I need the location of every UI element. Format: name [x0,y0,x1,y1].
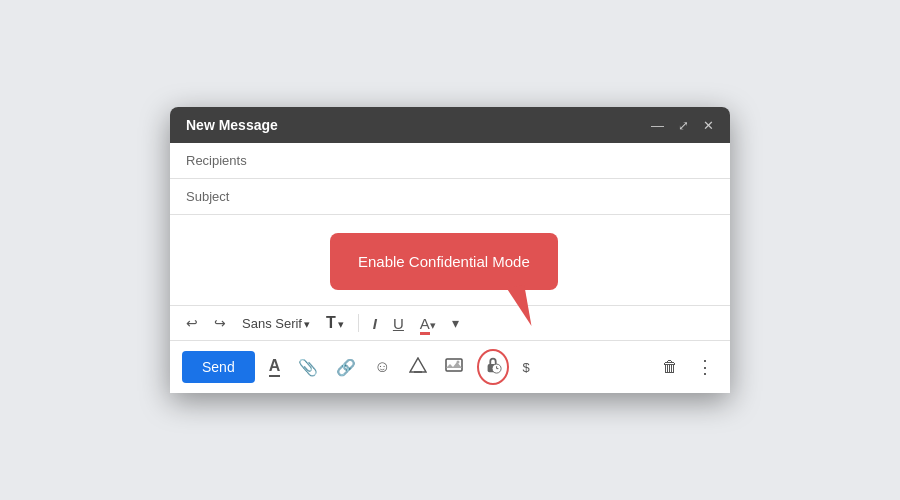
emoji-button[interactable]: ☺ [370,354,394,380]
undo-button[interactable]: ↩ [182,313,202,333]
expand-button[interactable]: ⤢ [678,118,689,133]
svg-point-4 [456,361,459,364]
photo-icon [445,358,463,376]
svg-rect-2 [446,359,462,371]
photo-button[interactable] [441,354,467,380]
confidential-button[interactable] [477,349,509,385]
italic-icon: I [373,315,377,332]
attach-button[interactable]: 📎 [294,354,322,381]
delete-icon: 🗑 [662,358,678,376]
close-button[interactable]: ✕ [703,118,714,133]
text-color-button[interactable]: A [416,313,440,334]
link-icon: 🔗 [336,358,356,377]
font-selector[interactable]: Sans Serif [238,314,314,333]
tooltip-container: Enable Confidential Mode [330,233,558,290]
compose-title: New Message [186,117,278,133]
text-color-chevron-icon [430,315,436,332]
text-color-icon: A [420,315,430,332]
attach-icon: 📎 [298,358,318,377]
drive-button[interactable] [405,353,431,381]
subject-input[interactable] [256,189,714,204]
formatting-icon: A [269,357,281,377]
send-button[interactable]: Send [182,351,255,383]
more-format-icon: ▾ [452,315,459,331]
redo-icon: ↪ [214,315,226,331]
font-size-chevron-icon [338,316,344,331]
minimize-button[interactable]: — [651,118,664,133]
recipients-input[interactable] [256,153,714,168]
formatting-button[interactable]: A [265,353,285,381]
redo-button[interactable]: ↪ [210,313,230,333]
action-toolbar: Send A 📎 🔗 ☺ [170,341,730,393]
drive-icon [409,357,427,377]
compose-body[interactable]: Enable Confidential Mode [170,215,730,305]
recipients-field: Recipients [170,143,730,179]
link-button[interactable]: 🔗 [332,354,360,381]
underline-icon: U [393,315,404,332]
confidential-tooltip: Enable Confidential Mode [330,233,558,290]
undo-icon: ↩ [186,315,198,331]
compose-window: New Message — ⤢ ✕ Recipients Subject Ena… [170,107,730,393]
emoji-icon: ☺ [374,358,390,376]
underline-button[interactable]: U [389,313,408,334]
font-chevron-icon [304,316,310,331]
subject-field: Subject [170,179,730,215]
font-name: Sans Serif [242,316,302,331]
italic-button[interactable]: I [369,313,381,334]
recipients-label: Recipients [186,153,256,168]
svg-marker-0 [410,358,426,372]
svg-marker-3 [446,362,462,368]
more-options-icon: ⋮ [696,356,714,378]
confidential-icon [484,356,502,378]
format-toolbar: ↩ ↪ Sans Serif T I U A ▾ [170,305,730,341]
compose-header: New Message — ⤢ ✕ [170,107,730,143]
font-size-button[interactable]: T [322,312,348,334]
signature-button[interactable]: $ [519,356,534,379]
delete-button[interactable]: 🗑 [658,354,682,380]
header-actions: — ⤢ ✕ [651,118,714,133]
subject-label: Subject [186,189,256,204]
more-options-button[interactable]: ⋮ [692,352,718,382]
font-size-label: T [326,314,336,332]
tooltip-text: Enable Confidential Mode [358,253,530,270]
toolbar-divider-1 [358,314,359,332]
more-format-button[interactable]: ▾ [448,313,463,333]
signature-icon: $ [523,360,530,375]
